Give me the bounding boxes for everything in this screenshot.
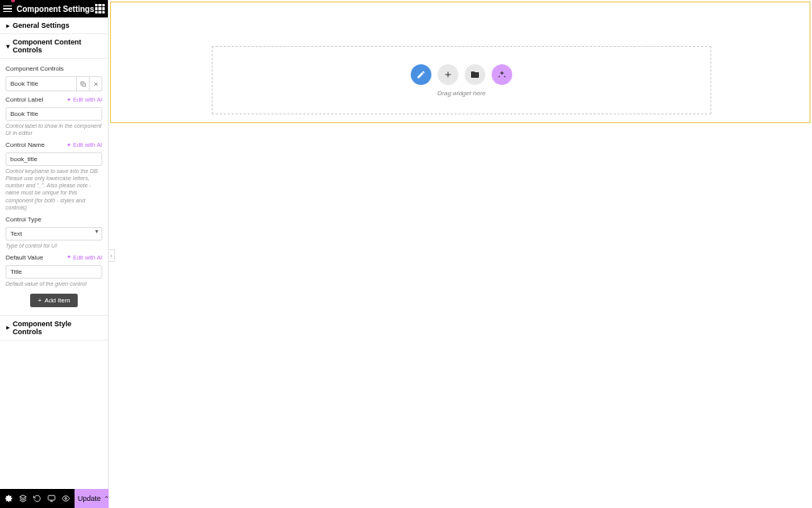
help-text: Type of control for UI (6, 242, 102, 249)
layers-icon[interactable] (16, 489, 30, 508)
collapse-panel-handle[interactable]: ‹ (109, 249, 115, 262)
canvas-area: Drag widget here (109, 0, 812, 508)
section-label: General Settings (13, 21, 70, 29)
control-type-field: Control Type Text ▾ Type of control for … (6, 216, 102, 249)
ai-sparkle-icon[interactable] (492, 64, 512, 85)
preview-icon[interactable] (59, 489, 73, 508)
control-name-field: Control Name Edit with AI Control key/na… (6, 141, 102, 211)
menu-icon[interactable] (3, 6, 12, 13)
sidebar-header: Component Settings (0, 0, 108, 17)
panel-title: Component Settings (17, 5, 95, 13)
folder-icon[interactable] (465, 64, 485, 85)
default-value-input[interactable] (6, 265, 102, 279)
caret-down-icon: ▾ (6, 43, 10, 50)
plus-icon: + (38, 297, 42, 304)
duplicate-icon[interactable] (76, 77, 89, 90)
section-style-controls[interactable]: ▸ Component Style Controls (0, 316, 108, 341)
caret-right-icon: ▸ (6, 324, 10, 331)
content-controls-body: Component Controls Book Title Control La… (0, 59, 108, 316)
help-text: Control label to show in the component U… (6, 122, 102, 137)
add-item-label: Add Item (44, 297, 70, 304)
svg-rect-4 (48, 495, 55, 500)
section-content-controls[interactable]: ▾ Component Content Controls (0, 34, 108, 59)
default-value-field: Default Value Edit with AI Default value… (6, 254, 102, 287)
control-type-select[interactable]: Text (6, 227, 102, 241)
control-label-field: Control Label Edit with AI Control label… (6, 96, 102, 137)
edit-with-ai-link[interactable]: Edit with AI (67, 96, 102, 103)
plus-icon[interactable] (438, 64, 458, 85)
section-general-settings[interactable]: ▸ General Settings (0, 17, 108, 34)
svg-point-7 (65, 498, 67, 500)
control-label-input[interactable] (6, 107, 102, 121)
update-label: Update (78, 495, 101, 502)
add-item-button[interactable]: + Add Item (30, 294, 79, 307)
control-name-input[interactable] (6, 152, 102, 166)
svg-marker-3 (20, 495, 26, 498)
update-button[interactable]: Update ⌃ (75, 489, 113, 508)
apps-icon[interactable] (95, 4, 105, 13)
control-item-title: Book Title (6, 77, 76, 90)
section-label: Component Style Controls (13, 320, 102, 336)
field-label: Default Value (6, 254, 43, 261)
component-controls-label: Component Controls (6, 65, 102, 72)
section-label: Component Content Controls (13, 38, 102, 54)
edit-with-ai-link[interactable]: Edit with AI (67, 254, 102, 261)
edit-icon[interactable] (411, 64, 431, 85)
close-icon[interactable] (89, 77, 102, 90)
settings-sidebar: Component Settings ▸ General Settings ▾ … (0, 0, 109, 508)
drop-zone-text: Drag widget here (438, 90, 486, 97)
edit-with-ai-link[interactable]: Edit with AI (67, 141, 102, 148)
sidebar-footer: Update ⌃ (0, 489, 108, 508)
field-label: Control Type (6, 216, 41, 223)
help-text: Default value of the given control (6, 280, 102, 287)
svg-rect-0 (82, 83, 86, 87)
field-label: Control Name (6, 141, 44, 148)
settings-icon[interactable] (2, 489, 16, 508)
caret-right-icon: ▸ (6, 22, 10, 29)
notification-dot (11, 0, 15, 2)
responsive-icon[interactable] (44, 489, 59, 508)
control-item-row[interactable]: Book Title (6, 76, 102, 91)
history-icon[interactable] (30, 489, 44, 508)
selected-component[interactable]: Drag widget here (110, 2, 810, 123)
field-label: Control Label (6, 96, 44, 103)
drop-zone[interactable]: Drag widget here (212, 46, 711, 114)
help-text: Control key/name to save into the DB. Pl… (6, 167, 102, 211)
